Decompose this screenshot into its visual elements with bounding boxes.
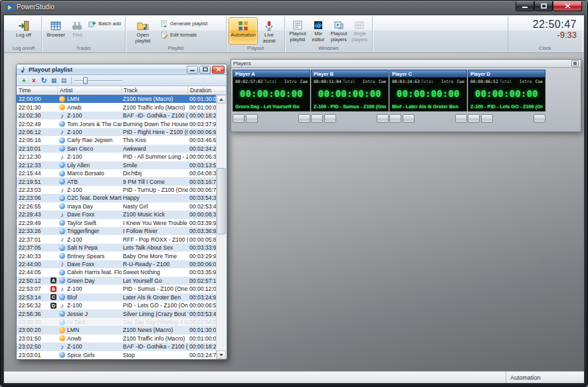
playlist-row[interactable]: 22:40:33Britney SpearsBaby One More Time… <box>17 252 216 260</box>
live-assist-button[interactable]: Live assist <box>258 17 280 44</box>
playout-playlist-button[interactable]: Playout playlist <box>287 17 308 44</box>
playlist-row[interactable]: 22:01:30AnwbZ100 Traffic info (Macro)00:… <box>17 103 216 111</box>
vertical-scrollbar[interactable] <box>216 95 226 359</box>
scroll-down-button[interactable] <box>217 350 226 359</box>
playlist-row[interactable]: 22:23:06C2C feat. Derek MartinHappy00:03… <box>17 194 216 202</box>
generate-playlist-button[interactable]: Generate playlist <box>158 19 209 29</box>
player-track-title: Green Day - Let Yourself Go <box>235 104 308 110</box>
mixer-button[interactable]: ▤ <box>59 76 68 85</box>
column-header-time[interactable]: Time <box>17 86 58 94</box>
player-options-button[interactable] <box>455 114 467 123</box>
open-playlist-button[interactable]: Open playlist <box>128 17 158 44</box>
maximize-button[interactable] <box>534 1 553 11</box>
edit-formats-button[interactable]: Edit formats <box>158 30 209 40</box>
scrollbar-track[interactable] <box>217 104 226 350</box>
playlist-row[interactable]: 23:03:01Spice GirlsStop00:03:24:77 <box>17 351 216 359</box>
playlist-row[interactable]: 22:29:49Taylor SwiftI Knew You Were Trou… <box>17 219 216 227</box>
player-stop-button[interactable] <box>324 114 336 123</box>
playlist-row[interactable]: 22:02:30♪Z-100BAF -ID- Gothika - Z100 (O… <box>17 112 216 119</box>
player-total-time: 00:02:57:02 <box>235 79 263 84</box>
playlist-row[interactable]: 23:01:50AnwbZ100 Traffic info (Macro)00:… <box>17 335 216 343</box>
player-stop-button[interactable] <box>246 114 258 123</box>
zoom-slider[interactable] <box>74 76 122 85</box>
playlist-minimize-button[interactable] <box>187 66 198 74</box>
playout-players-button[interactable]: Playout players <box>328 17 349 44</box>
playlist-row[interactable]: 22:02:49Tom Jones & The Cardiga...Burnin… <box>17 119 216 127</box>
song-icon <box>59 294 65 300</box>
playlist-row[interactable]: 22:50:12AGreen DayLet Yourself Go00:02:5… <box>17 277 216 285</box>
playlist-row[interactable]: 22:44:05Calvin Harris feat. Florenc...Sw… <box>17 268 216 276</box>
mix-editor-button[interactable]: Mix editor <box>308 17 328 44</box>
generate-playlist-icon <box>160 20 168 28</box>
playlist-row[interactable]: 22:37:05Salt N PepaLets Talk About Sex00… <box>17 244 216 252</box>
playlist-row[interactable]: 22:37:01♪Z-100RFF - Pop ROXX - Z100 (One… <box>17 235 216 243</box>
playlist-row[interactable]: 22:23:03♪Z-100PID - TurnUp - Z100 (One)0… <box>17 186 216 194</box>
player-play-button[interactable] <box>311 114 323 123</box>
batch-add-button[interactable]: Batch add <box>86 19 123 29</box>
playlist-row[interactable]: 22:26:55Inaya DayNasty Girl00:02:53:45 <box>17 202 216 210</box>
playlist-row[interactable]: 22:56:32D♪Z-100PID - Lets GO - Z100 (One… <box>17 301 216 309</box>
player-stop-button[interactable] <box>403 114 415 123</box>
players-panel-options-button[interactable] <box>571 60 579 66</box>
playlist-row[interactable]: 22:33:26TriggerfingerI Follow River00:03… <box>17 227 216 235</box>
playlist-row[interactable]: 22:19:51ATB9 PM Till I Come00:03:16:72 <box>17 177 216 185</box>
browser-button[interactable]: Browser <box>44 17 68 44</box>
scrollbar-thumb[interactable] <box>217 168 226 234</box>
playlist-row[interactable]: 23:00:20Hi TackSay Say Say (Waiting 4 U)… <box>17 318 216 326</box>
playlist-row[interactable]: 22:00:00LMNZ100 News (Macro)00:01:30:00 <box>17 95 216 103</box>
find-button[interactable]: Find <box>68 17 87 44</box>
column-header-artist[interactable]: Artist <box>58 86 122 94</box>
open-playlist-icon <box>137 20 149 32</box>
minimize-button[interactable] <box>516 1 534 11</box>
view-mode-button[interactable]: ▦ <box>49 76 58 85</box>
close-button[interactable] <box>553 1 582 11</box>
playlist-row[interactable]: 23:02:50♪Z-100BAF -ID- Gothika - Z100 (O… <box>17 343 216 350</box>
titlebar[interactable]: PowerStudio <box>1 1 587 15</box>
player-options-button[interactable] <box>534 114 545 123</box>
playlist-row[interactable]: 22:53:14CBlofLater Als Ik Groter Ben00:0… <box>17 293 216 301</box>
playlist-row[interactable]: 22:53:07B♪Z-100PID - Sumus - Z100 (One)0… <box>17 285 216 293</box>
playlist-row[interactable]: 22:10:01San CiscoAwkward00:02:34:27 <box>17 145 216 153</box>
column-header-duration[interactable]: Duration <box>188 86 227 94</box>
row-time-cell: 22:56:36 <box>17 309 58 317</box>
row-time-cell: 23:01:50 <box>17 335 58 343</box>
player-stop-button[interactable] <box>481 114 493 123</box>
lcd-info-row: 00:00:11:84TotalIntroCue <box>314 79 386 84</box>
playlist-row[interactable]: 22:56:36Jessie JSilver Lining (Crazy Bou… <box>17 309 216 317</box>
player-play-button[interactable] <box>389 114 401 123</box>
player-header[interactable]: Player A <box>233 70 310 77</box>
row-time-cell: 22:53:07B <box>17 285 58 293</box>
refresh-button[interactable]: ↻ <box>39 76 49 85</box>
playlist-close-button[interactable] <box>212 66 225 74</box>
automation-button[interactable]: Automation <box>229 17 258 44</box>
player-play-button[interactable] <box>233 114 245 123</box>
add-track-button[interactable]: + <box>19 76 29 85</box>
column-header-track[interactable]: Track <box>122 86 188 94</box>
playlist-row[interactable]: 22:44:00♪Dave FoxxR-U-Ready - Z10000:00:… <box>17 260 216 268</box>
player-header[interactable]: Player B <box>311 70 389 77</box>
playlist-row[interactable]: 23:00:20LMNZ100 News (Macro)00:01:30:00 <box>17 326 216 334</box>
row-duration: 00:01:30:00 <box>188 95 216 103</box>
find-icon <box>71 20 83 32</box>
player-options-button[interactable] <box>298 114 310 123</box>
playlist-row[interactable]: 22:12:30♪Z-100PID - All Summer Long - Z1… <box>17 153 216 161</box>
playlist-window-titlebar[interactable]: Playout playlist <box>17 64 227 75</box>
playlist-row[interactable]: 22:06:16Carly Rae JepsenThis Kiss00:03:4… <box>17 136 216 144</box>
log-off-button[interactable]: Log off <box>11 17 37 44</box>
jingle-players-button[interactable]: Jingle players <box>349 17 369 44</box>
playlist-row[interactable]: 22:29:43♪Dave FoxxZ100 Music Kick00:00:0… <box>17 210 216 218</box>
player-play-button[interactable] <box>468 114 480 123</box>
playlist-row[interactable]: 22:06:12♪Z-100PID - Right Here - Z100 (O… <box>17 128 216 136</box>
row-time-cell: 22:15:44 <box>17 169 58 177</box>
remove-track-button[interactable]: × <box>29 76 39 85</box>
players-panel-titlebar[interactable]: Players <box>231 60 581 68</box>
slider-thumb[interactable] <box>83 77 88 84</box>
player-header[interactable]: Player C <box>389 70 467 77</box>
player-header[interactable]: Player D <box>468 70 545 77</box>
scroll-up-button[interactable] <box>217 95 226 104</box>
playlist-row[interactable]: 22:12:33Lily AllenSmile00:03:13:50 <box>17 161 216 169</box>
playlist-row[interactable]: 22:15:44Marco BorsatoDichtbij00:04:08:37 <box>17 169 216 177</box>
playlist-maximize-button[interactable] <box>199 66 211 74</box>
player-options-button[interactable] <box>377 114 389 123</box>
row-duration: 00:03:16:72 <box>188 177 216 185</box>
